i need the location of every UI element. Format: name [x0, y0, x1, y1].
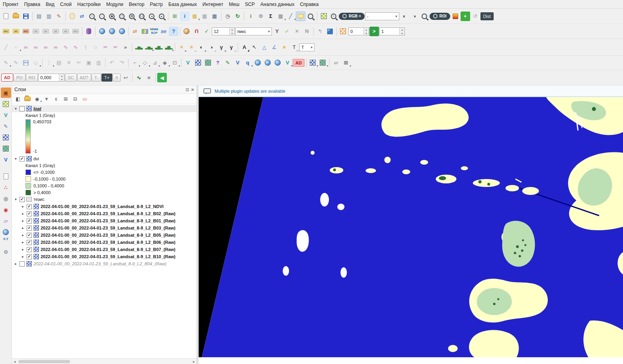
offset-curve-icon[interactable]: ✂: [111, 43, 120, 52]
label-single-icon[interactable]: ab: [11, 27, 21, 36]
identify-results-icon[interactable]: i: [246, 12, 256, 21]
layer-expander-icon[interactable]: ▸: [21, 255, 25, 259]
zoom-out-icon[interactable]: −: [97, 12, 107, 21]
zoom-to-selection-icon[interactable]: ▢: [117, 12, 127, 21]
reshape-features-icon[interactable]: ∞: [21, 43, 31, 52]
layer-labeling-icon[interactable]: abc: [1, 27, 11, 36]
layer-expander-icon[interactable]: ▸: [21, 226, 25, 230]
signature-analysis-icon[interactable]: ∿: [134, 73, 144, 82]
text-format-combo[interactable]: T: [299, 43, 314, 51]
trim-extend-icon[interactable]: ✂: [101, 43, 110, 52]
pin-labels-icon[interactable]: ab: [31, 27, 41, 36]
scp-v-target-icon[interactable]: V: [183, 58, 193, 68]
roi-pill[interactable]: ROI: [430, 13, 450, 20]
layer-row[interactable]: ▸✓2022-04-01-00_00_2022-04-01-23_59_Land…: [12, 239, 197, 246]
gamma-minus-icon[interactable]: γ−: [227, 43, 236, 52]
scp-grid-blue-icon[interactable]: [193, 58, 203, 68]
split-features-icon[interactable]: ∞: [31, 43, 41, 52]
simplify-feature-icon[interactable]: ∿: [71, 43, 80, 52]
database-manager-icon[interactable]: [84, 27, 94, 36]
current-edits-icon[interactable]: ✎▾: [1, 58, 11, 68]
scp-question-icon[interactable]: ?: [213, 58, 223, 68]
tolerance-spin[interactable]: 12▴▾: [212, 27, 235, 35]
brightness-plus-icon[interactable]: ☀+: [177, 43, 186, 52]
layer-checkbox[interactable]: ✓: [27, 233, 32, 238]
favorites-star-icon[interactable]: ★: [279, 43, 289, 52]
layer-checkbox[interactable]: [20, 261, 25, 267]
new-project-icon[interactable]: [1, 12, 11, 21]
histogram-set-icon[interactable]: ▃▆▂▾: [164, 43, 173, 52]
statistics-sum-icon[interactable]: Σ: [266, 12, 275, 21]
scp-band-cube-icon[interactable]: ▣: [1, 88, 11, 98]
toggle-editing-icon[interactable]: ✎: [11, 58, 21, 68]
adq-button[interactable]: AD?: [77, 74, 91, 82]
snap-vertex-icon[interactable]: ✓: [202, 27, 211, 36]
units-combo[interactable]: пикс: [235, 27, 272, 35]
layer-row[interactable]: ▸✓2022-04-01-00_00_2022-04-01-23_59_Land…: [12, 210, 197, 217]
web-globe-3-icon[interactable]: [273, 58, 282, 68]
text-annotation-icon[interactable]: T⋯: [289, 43, 299, 52]
menubar-item[interactable]: SCP: [242, 0, 258, 8]
settings-wrench-icon[interactable]: ⚙: [1, 247, 11, 257]
layer-expander-icon[interactable]: ▸: [21, 219, 25, 223]
split-parts-icon[interactable]: ∞: [41, 43, 51, 52]
close-panel-icon[interactable]: ✕: [191, 88, 194, 92]
layer-checkbox[interactable]: ✓: [27, 247, 32, 252]
rotate-feature-icon[interactable]: ∿: [61, 43, 70, 52]
histogram-full-icon[interactable]: ▃▆▂: [154, 43, 163, 52]
select-features-icon[interactable]: ▦▾: [190, 12, 199, 21]
save-edits-icon[interactable]: [21, 58, 31, 68]
layer-expander-icon[interactable]: ▾: [14, 157, 18, 161]
ad-button[interactable]: AD: [1, 74, 13, 82]
acronym-letters-icon[interactable]: ae: [159, 27, 168, 36]
layer-checkbox[interactable]: ✓: [27, 254, 32, 259]
vertex-dots-icon[interactable]: ⋮: [81, 43, 90, 52]
identify-features-icon[interactable]: i: [180, 12, 189, 21]
label-rule-icon[interactable]: abc: [21, 27, 31, 36]
new-map-view-icon[interactable]: ⊞: [170, 12, 180, 21]
scp-v-grid-icon[interactable]: V: [1, 154, 11, 165]
layer-expander-icon[interactable]: ▾: [14, 107, 18, 111]
cumulative-stretch-icon[interactable]: ◐: [400, 12, 409, 21]
topology-check-icon[interactable]: Y: [272, 27, 282, 36]
layer-refresh-icon[interactable]: ⇄: [130, 27, 140, 36]
zoom-to-layer-icon[interactable]: ▤: [127, 12, 137, 21]
map-canvas[interactable]: [199, 97, 623, 364]
layer-checkbox[interactable]: ✓: [20, 197, 25, 202]
merge-features-icon[interactable]: ∞: [51, 43, 61, 52]
scp-feather-icon[interactable]: ✎: [223, 58, 232, 68]
layer-expander-icon[interactable]: ▸: [14, 262, 18, 266]
polygon-x-icon[interactable]: ⊠▾: [341, 58, 351, 68]
calc-grid2-icon[interactable]: ▾: [318, 58, 328, 68]
filter-expression-icon[interactable]: ε: [52, 95, 61, 103]
menubar-item[interactable]: Анализ данных: [258, 0, 297, 8]
calc-grid1-icon[interactable]: ▾: [308, 58, 318, 68]
attribute-grid-icon[interactable]: ▦▾: [276, 12, 285, 21]
disable-snap-icon[interactable]: ✕: [292, 27, 302, 36]
rotate-label-icon[interactable]: ab: [61, 27, 70, 36]
move-label-icon[interactable]: ab: [51, 27, 61, 36]
layer-checkbox[interactable]: ✓: [27, 211, 32, 216]
panel-horizontal-scrollbar[interactable]: ◂ ▸: [12, 358, 197, 364]
open-attribute-table-icon[interactable]: ▦: [210, 12, 219, 21]
brightness-minus-icon[interactable]: ☀−: [187, 43, 196, 52]
digitize-combo4-icon[interactable]: ◆▾: [160, 58, 170, 68]
band-number-spin[interactable]: 0▴▾: [348, 27, 369, 35]
scrollbar-thumb[interactable]: [18, 360, 70, 363]
help-icon[interactable]: ?: [169, 27, 178, 36]
digitize-slash-icon[interactable]: ╱: [1, 43, 11, 52]
zoom-native-icon[interactable]: 1:1: [137, 12, 146, 21]
zoom-next-icon[interactable]: ▸: [157, 12, 166, 21]
fill-ring-icon[interactable]: ◌: [91, 43, 100, 52]
menubar-item[interactable]: База данных: [166, 0, 199, 8]
layer-row[interactable]: ▸✓2022-04-01-00_00_2022-04-01-23_59_Land…: [12, 224, 197, 232]
scp-run-icon[interactable]: ◀: [157, 73, 167, 82]
open-styling-panel-icon[interactable]: ◧: [14, 95, 22, 103]
pan-map-icon[interactable]: [67, 12, 77, 21]
modify-attributes-icon[interactable]: ▤: [54, 58, 64, 68]
layer-row[interactable]: ▸✓2022-04-01-00_00_2022-04-01-23_59_Land…: [12, 246, 197, 253]
go-next-green-icon[interactable]: >: [369, 27, 379, 36]
layer-row[interactable]: ▸✓2022-04-01-00_00_2022-04-01-23_59_Land…: [12, 217, 197, 224]
scp-grid-green-icon[interactable]: [203, 58, 213, 68]
layer-row[interactable]: ▾✓тезис: [12, 196, 197, 203]
